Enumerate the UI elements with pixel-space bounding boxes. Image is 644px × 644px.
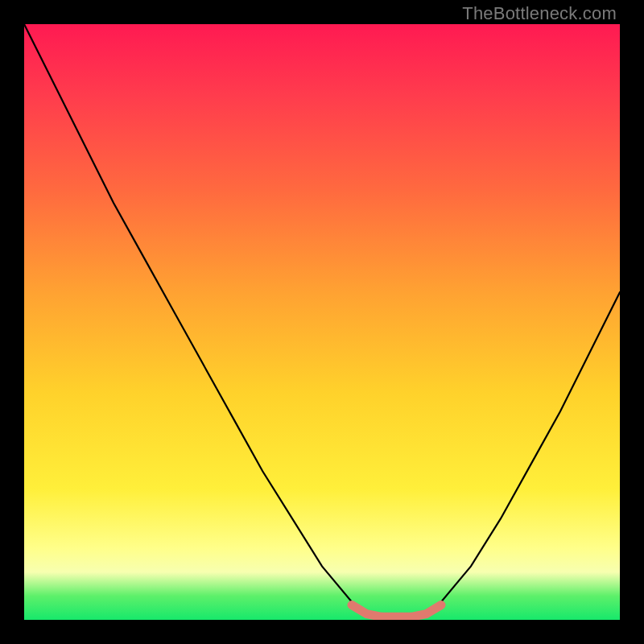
watermark-text: TheBottleneck.com xyxy=(462,3,617,24)
bottleneck-curve-path xyxy=(24,24,620,620)
chart-frame: TheBottleneck.com xyxy=(0,0,644,644)
plot-area xyxy=(24,24,620,620)
optimal-band-path xyxy=(352,605,441,617)
chart-svg xyxy=(24,24,620,620)
